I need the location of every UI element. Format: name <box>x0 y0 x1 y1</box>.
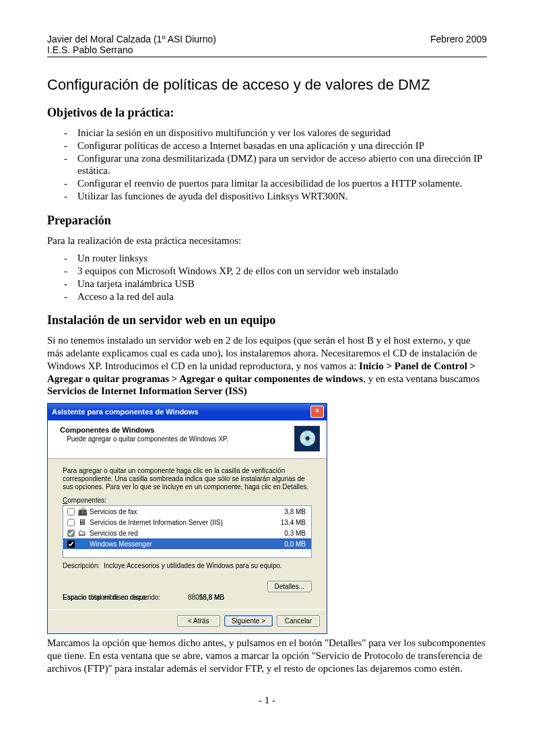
cd-box-icon: 💿 <box>294 426 320 451</box>
section-objetivos-heading: Objetivos de la práctica: <box>47 106 487 120</box>
components-label: Componentes: <box>63 497 312 504</box>
dialog-button-bar: < Atrás Siguiente > Cancelar <box>48 609 327 633</box>
close-icon[interactable]: × <box>310 406 324 418</box>
dialog-instructions: Para agregar o quitar un componente haga… <box>63 467 312 491</box>
details-button[interactable]: Detalles... <box>267 581 312 592</box>
checkbox[interactable] <box>67 530 75 537</box>
messenger-icon: 👤 <box>77 539 87 548</box>
cancel-button[interactable]: Cancelar <box>277 615 320 627</box>
disk-available-value: 88018,8 MB <box>177 594 224 601</box>
dialog-banner: Componentes de Windows Puede agregar o q… <box>48 420 327 459</box>
dialog-titlebar[interactable]: Asistente para componentes de Windows × <box>48 404 327 420</box>
list-item: Acceso a la red del aula <box>77 290 487 303</box>
text: , y en esta ventana buscamos <box>363 373 479 384</box>
checkbox[interactable] <box>67 519 75 526</box>
component-row-fax[interactable]: 📠 Servicios de fax 3,8 MB <box>63 506 311 517</box>
component-row-messenger[interactable]: 👤 Windows Messenger 0,0 MB <box>63 538 311 549</box>
dialog-title: Asistente para componentes de Windows <box>52 408 199 416</box>
component-size: 0,0 MB <box>284 540 308 548</box>
server-icon: 🖥 <box>77 517 87 527</box>
preparacion-intro: Para la realización de esta práctica nec… <box>47 234 487 247</box>
list-item: Utilizar las funciones de ayuda del disp… <box>77 190 487 203</box>
preparacion-list: Un router linksys 3 equipos con Microsof… <box>47 252 487 303</box>
description-row: Descripción: Incluye Accesorios y utilid… <box>63 562 312 569</box>
list-item: Configurar una zona desmilitarizada (DMZ… <box>77 152 487 178</box>
component-row-network[interactable]: 🗂 Servicios de red 0,3 MB <box>63 528 311 538</box>
section-preparacion-heading: Preparación <box>47 214 487 228</box>
list-item: Una tarjeta inalámbrica USB <box>77 278 487 290</box>
banner-title: Componentes de Windows <box>60 426 294 434</box>
component-name: Servicios de fax <box>90 508 284 515</box>
component-size: 0,3 MB <box>284 530 308 537</box>
checkbox[interactable] <box>67 540 75 548</box>
list-item: 3 equipos con Microsoft Windows XP, 2 de… <box>77 265 487 278</box>
component-name: Servicios de Internet Information Server… <box>90 519 281 526</box>
network-icon: 🗂 <box>77 528 87 538</box>
windows-components-dialog: Asistente para componentes de Windows × … <box>47 403 327 634</box>
objetivos-list: Iniciar la sesión en un dispositivo mult… <box>47 127 487 203</box>
next-button[interactable]: Siguiente > <box>224 615 273 627</box>
list-item: Iniciar la sesión en un dispositivo mult… <box>77 127 487 139</box>
component-name: Servicios de red <box>90 530 284 537</box>
instalacion-paragraph-1: Si no tenemos instalado un servidor web … <box>47 334 487 398</box>
disk-available-label: Espacio disponible en disco: <box>63 594 177 601</box>
component-row-iis[interactable]: 🖥 Servicios de Internet Information Serv… <box>63 517 311 528</box>
list-item: Un router linksys <box>77 252 487 265</box>
header-date: Febrero 2009 <box>430 34 487 55</box>
bold-iis: Servicios de Internet Information Server… <box>47 385 247 396</box>
component-size: 13,4 MB <box>281 519 308 526</box>
page-header: Javier del Moral Calzada (1º ASI Diurno)… <box>47 34 487 55</box>
list-item: Configurar el reenvío de puertos para li… <box>77 177 487 190</box>
section-instalacion-heading: Instalación de un servidor web en un equ… <box>47 313 487 327</box>
banner-subtitle: Puede agregar o quitar componentes de Wi… <box>60 435 294 443</box>
checkbox[interactable] <box>67 508 75 515</box>
header-author: Javier del Moral Calzada (1º ASI Diurno) <box>47 34 216 44</box>
page-number: - 1 - <box>47 695 487 706</box>
back-button[interactable]: < Atrás <box>177 615 220 627</box>
instalacion-paragraph-2: Marcamos la opción que hemos dicho antes… <box>47 637 487 674</box>
header-school: I.E.S. Pablo Serrano <box>47 44 216 55</box>
component-name: Windows Messenger <box>90 540 284 548</box>
components-listbox[interactable]: 📠 Servicios de fax 3,8 MB 🖥 Servicios de… <box>63 505 312 558</box>
header-rule <box>47 57 487 57</box>
list-item: Configurar políticas de acceso a Interne… <box>77 139 487 152</box>
fax-icon: 📠 <box>77 507 87 516</box>
component-size: 3,8 MB <box>284 508 308 515</box>
page-title: Configuración de políticas de acceso y d… <box>47 76 487 94</box>
description-text: Incluye Accesorios y utilidades de Windo… <box>104 562 282 569</box>
description-label: Descripción: <box>63 562 100 569</box>
